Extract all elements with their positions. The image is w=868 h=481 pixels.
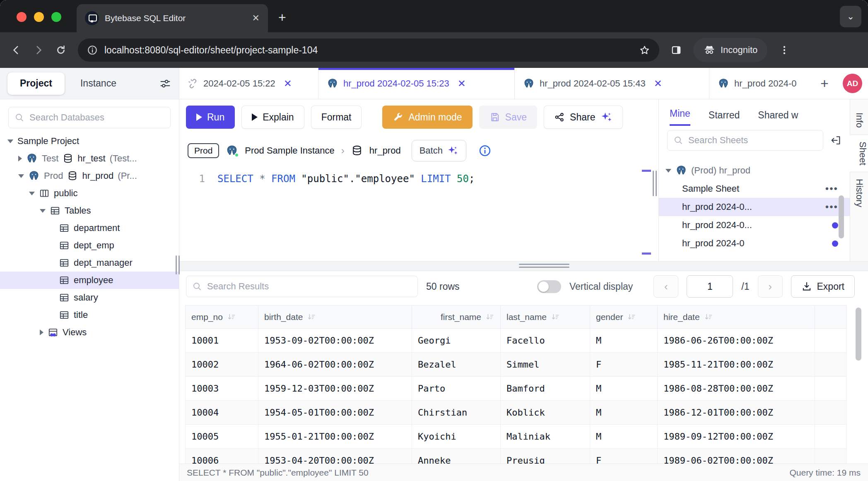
table-cell[interactable]: 1985-11-21T00:00:00Z [658,353,815,377]
table-cell[interactable]: 1959-12-03T00:00:00Z [258,377,412,401]
table-cell[interactable]: 10005 [186,425,258,449]
sheet-list-scrollbar[interactable] [839,195,844,238]
table-cell[interactable]: 1953-09-02T00:00:00Z [258,329,412,353]
caret-down-icon[interactable] [40,209,46,213]
sort-icon[interactable] [704,313,713,322]
sheet-tab-4[interactable]: hr_prod 2024-0 [709,68,814,99]
sheet-item-selected[interactable]: hr_prod 2024-0... ••• [659,198,850,216]
caret-right-icon[interactable] [18,156,22,161]
next-page-button[interactable]: › [758,275,783,298]
database-name[interactable]: hr_prod [369,145,401,156]
rail-tab-sheet[interactable]: Sheet [850,135,868,173]
zoom-window-button[interactable] [51,12,61,22]
table-cell[interactable]: Parto [412,377,501,401]
tree-item-table-department[interactable]: department [0,219,179,237]
table-cell[interactable]: Anneke [412,449,501,464]
rail-tab-info[interactable]: Info [854,106,865,135]
rail-tab-history[interactable]: History [854,172,865,214]
back-icon[interactable] [11,45,22,55]
horizontal-split-divider[interactable] [179,261,868,271]
sort-icon[interactable] [627,313,636,322]
new-sheet-button[interactable]: + [814,68,835,99]
sql-code-editor[interactable]: 1 SELECT * FROM "public"."employee" LIMI… [179,166,658,261]
table-cell[interactable]: Preusig [501,449,590,464]
format-button[interactable]: Format [311,106,362,129]
table-cell[interactable]: 10001 [186,329,258,353]
table-cell[interactable]: M [590,377,658,401]
tree-item-hr-prod[interactable]: Prod hr_prod (Pr... [0,167,179,185]
export-button[interactable]: Export [791,275,855,298]
table-cell[interactable]: Kyoichi [412,425,501,449]
minimize-window-button[interactable] [34,12,44,22]
search-results-input[interactable]: Search Results [186,276,418,297]
admin-mode-button[interactable]: Admin mode [382,106,472,129]
tab-mine[interactable]: Mine [670,108,690,126]
table-cell[interactable]: Bezalel [412,353,501,377]
explain-button[interactable]: Explain [241,106,304,129]
column-header-emp-no[interactable]: emp_no [186,305,258,329]
batch-button[interactable]: Batch [412,140,466,161]
sheet-item-sample[interactable]: Sample Sheet ••• [659,180,850,198]
filter-settings-icon[interactable] [159,77,171,90]
table-cell[interactable]: 1989-09-12T00:00:00Z [658,425,815,449]
tree-item-table-employee[interactable]: employee [0,272,179,289]
browser-tab[interactable]: Bytebase SQL Editor ✕ [77,4,268,32]
search-databases-input[interactable]: Search Databases [8,107,171,128]
table-cell[interactable]: 1986-12-01T00:00:00Z [658,401,815,425]
table-cell[interactable]: Bamford [501,377,590,401]
table-cell[interactable]: M [590,401,658,425]
sheet-tab-3[interactable]: hr_prod 2024-02-05 15:43 ✕ [515,68,709,99]
caret-down-icon[interactable] [7,139,13,143]
column-header-gender[interactable]: gender [590,305,658,329]
site-info-icon[interactable] [87,45,98,55]
table-cell[interactable]: 1986-08-28T00:00:00Z [658,377,815,401]
browser-menu-icon[interactable] [779,45,790,55]
address-bar[interactable]: localhost:8080/sql-editor/sheet/project-… [78,38,659,62]
column-header-last-name[interactable]: last_name [501,305,590,329]
sort-icon[interactable] [307,313,316,322]
table-cell[interactable]: 1955-01-21T00:00:00Z [258,425,412,449]
sort-icon[interactable] [485,313,494,322]
table-cell[interactable]: 1954-05-01T00:00:00Z [258,401,412,425]
vertical-display-toggle[interactable] [537,280,561,293]
table-cell[interactable]: 10003 [186,377,258,401]
close-sheet-tab-icon[interactable]: ✕ [284,78,292,89]
ai-sparkles-icon[interactable] [600,111,612,123]
sheet-tab-2-active[interactable]: hr_prod 2024-02-05 15:23 ✕ [318,68,515,99]
tab-shared[interactable]: Shared w [758,110,798,126]
sheet-group-hr-prod[interactable]: (Prod) hr_prod [659,161,850,180]
info-icon[interactable] [479,144,491,157]
sheet-item-unsaved[interactable]: hr_prod 2024-0... [659,216,850,234]
tab-starred[interactable]: Starred [709,110,740,126]
close-tab-icon[interactable]: ✕ [252,14,260,23]
table-cell[interactable]: F [590,353,658,377]
table-cell[interactable]: Maliniak [501,425,590,449]
tab-instance[interactable]: Instance [68,72,129,95]
close-window-button[interactable] [17,12,27,22]
column-header-hire-date[interactable]: hire_date [658,305,815,329]
caret-down-icon[interactable] [29,192,35,195]
tree-item-table-dept-manager[interactable]: dept_manager [0,254,179,272]
search-sheets-input[interactable]: Search Sheets [667,130,823,151]
tree-item-table-salary[interactable]: salary [0,289,179,306]
divider-drag-handle[interactable] [519,264,569,268]
table-cell[interactable]: Chirstian [412,401,501,425]
tree-item-hr-test[interactable]: Test hr_test (Test... [0,150,179,167]
table-cell[interactable]: Facello [501,329,590,353]
table-cell[interactable]: 1989-06-02T00:00:00Z [658,449,815,464]
table-cell[interactable]: 10004 [186,401,258,425]
tree-item-project[interactable]: Sample Project [0,132,179,150]
side-panel-icon[interactable] [671,45,682,55]
sidebar-resize-handle[interactable] [176,255,181,274]
prev-page-button[interactable]: ‹ [653,275,678,298]
table-cell[interactable]: Simmel [501,353,590,377]
sort-icon[interactable] [551,313,560,322]
caret-right-icon[interactable] [40,329,43,335]
close-sheet-tab-icon[interactable]: ✕ [654,78,662,89]
tree-item-schema-public[interactable]: public [0,185,179,202]
sort-icon[interactable] [227,313,236,322]
sheet-menu-icon[interactable]: ••• [825,201,838,213]
collapse-panel-icon[interactable] [830,135,841,146]
sheet-menu-icon[interactable]: ••• [825,183,838,195]
table-cell[interactable]: 1953-04-20T00:00:00Z [258,449,412,464]
